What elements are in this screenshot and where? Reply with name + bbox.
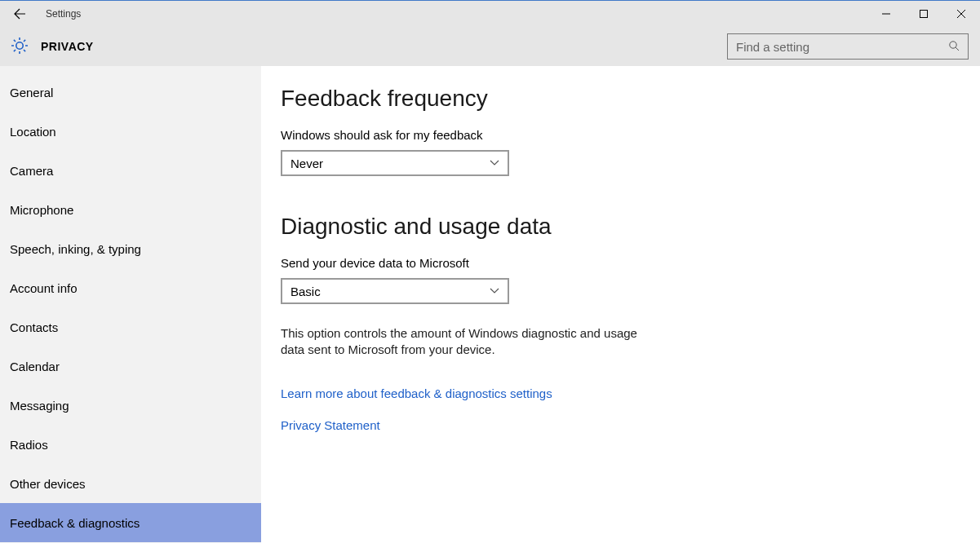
chevron-down-icon	[490, 285, 499, 298]
diagnostic-description: This option controls the amount of Windo…	[281, 325, 656, 359]
sidebar-item-other-devices[interactable]: Other devices	[0, 464, 261, 503]
search-input[interactable]	[736, 40, 940, 54]
learn-more-link[interactable]: Learn more about feedback & diagnostics …	[281, 386, 778, 400]
diagnostic-value: Basic	[290, 285, 321, 298]
diagnostic-label: Send your device data to Microsoft	[281, 256, 778, 270]
feedback-frequency-heading: Feedback frequency	[281, 86, 778, 112]
sidebar-item-messaging[interactable]: Messaging	[0, 386, 261, 425]
sidebar-item-label: Speech, inking, & typing	[10, 242, 141, 256]
sidebar-item-label: Microphone	[10, 203, 73, 217]
back-button[interactable]	[0, 1, 39, 27]
diagnostic-select[interactable]: Basic	[281, 278, 509, 304]
feedback-frequency-select[interactable]: Never	[281, 150, 509, 176]
sidebar-item-general[interactable]: General	[0, 73, 261, 112]
maximize-button[interactable]	[905, 1, 942, 27]
minimize-button[interactable]	[867, 1, 905, 27]
sidebar-item-label: Messaging	[10, 399, 69, 413]
sidebar-item-label: Calendar	[10, 360, 60, 373]
close-icon	[957, 10, 965, 18]
feedback-frequency-value: Never	[290, 157, 323, 170]
search-box[interactable]	[727, 33, 969, 60]
sidebar-item-label: Contacts	[10, 320, 58, 334]
sidebar-item-label: General	[10, 86, 53, 99]
sidebar-item-label: Feedback & diagnostics	[10, 516, 140, 530]
sidebar-item-microphone[interactable]: Microphone	[0, 190, 261, 229]
settings-window: Settings PRIVAC	[0, 0, 980, 543]
title-bar: Settings	[0, 1, 980, 27]
sidebar-item-calendar[interactable]: Calendar	[0, 347, 261, 386]
svg-rect-0	[920, 11, 928, 18]
sidebar-item-label: Account info	[10, 281, 78, 295]
feedback-frequency-label: Windows should ask for my feedback	[281, 128, 778, 142]
header-bar: PRIVACY	[0, 27, 980, 66]
sidebar: General Location Camera Microphone Speec…	[0, 66, 261, 543]
close-button[interactable]	[942, 1, 980, 27]
sidebar-item-feedback-diagnostics[interactable]: Feedback & diagnostics	[0, 503, 261, 542]
back-arrow-icon	[13, 7, 26, 20]
main-content: Feedback frequency Windows should ask fo…	[261, 66, 980, 543]
page-title: PRIVACY	[41, 40, 94, 53]
gear-icon	[10, 36, 29, 58]
minimize-icon	[882, 10, 890, 18]
sidebar-item-label: Camera	[10, 164, 53, 178]
sidebar-item-speech-inking-typing[interactable]: Speech, inking, & typing	[0, 229, 261, 268]
diagnostic-heading: Diagnostic and usage data	[281, 214, 778, 240]
privacy-statement-link[interactable]: Privacy Statement	[281, 418, 778, 432]
sidebar-item-label: Other devices	[10, 477, 86, 491]
chevron-down-icon	[490, 157, 499, 170]
sidebar-item-label: Location	[10, 125, 56, 139]
sidebar-item-account-info[interactable]: Account info	[0, 268, 261, 307]
title-bar-left: Settings	[0, 1, 81, 27]
svg-point-2	[950, 41, 956, 47]
search-icon	[948, 40, 960, 54]
window-title: Settings	[46, 8, 81, 20]
svg-point-1	[16, 42, 23, 48]
body: General Location Camera Microphone Speec…	[0, 66, 980, 543]
main-inner: Feedback frequency Windows should ask fo…	[281, 86, 778, 432]
sidebar-item-label: Radios	[10, 438, 48, 452]
sidebar-item-location[interactable]: Location	[0, 112, 261, 151]
sidebar-item-camera[interactable]: Camera	[0, 151, 261, 190]
header-left: PRIVACY	[10, 36, 94, 58]
maximize-icon	[920, 10, 928, 18]
sidebar-item-radios[interactable]: Radios	[0, 425, 261, 464]
window-controls	[867, 1, 980, 27]
sidebar-item-contacts[interactable]: Contacts	[0, 307, 261, 347]
